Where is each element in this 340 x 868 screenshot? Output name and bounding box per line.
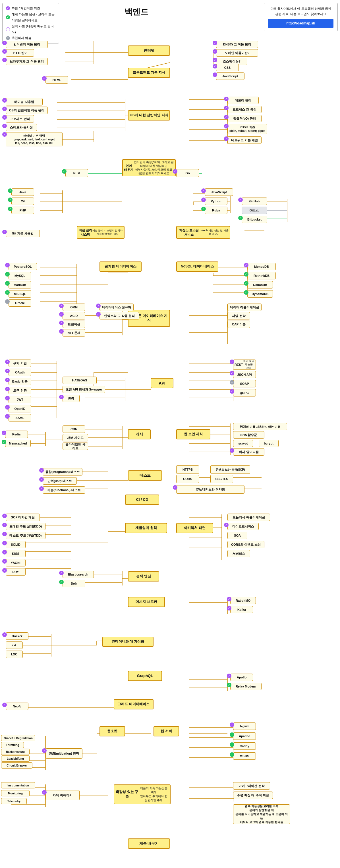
check-terminal-cmds: ✓ [2, 132, 7, 137]
legend-label-2: 대체 가능한 옵션 - 보라색 또는 이것을 선택하세요 [12, 11, 56, 23]
check-terminal: ✓ [2, 98, 7, 102]
n1-node: N+1 문제 [63, 329, 85, 337]
websocket-node: 웹소켓 [99, 726, 125, 736]
os-general-node: OS의 일반적인 작동 원리 [6, 106, 48, 114]
caddy-node: Caddy [233, 742, 256, 750]
check-json-api: ✓ [230, 371, 234, 375]
postgresql-node: PostgreSQL [8, 263, 37, 270]
check-kafka: ✓ [227, 606, 231, 611]
scrypt-node: scrypt [233, 440, 253, 447]
check-dynamodb: ✓ [244, 290, 248, 295]
ipc-node: 프로세스 간 통신 [227, 106, 261, 113]
rest-node: REST로이 필딩의 논문 참조 [233, 360, 256, 370]
check-apache: ✓ [230, 733, 234, 737]
check-caddy: ✓ [230, 742, 234, 747]
apache-node: Apache [233, 733, 256, 740]
md5-node: MD5와 이를 사용하지 않는 이유 [233, 423, 287, 430]
cicd-node: CI / CD [125, 495, 159, 505]
couchdb-node: CouchDB [247, 281, 273, 288]
soap-node: SOAP [233, 380, 256, 388]
ms-iis-node: MS IIS [233, 752, 256, 760]
check-process: ✓ [2, 115, 7, 120]
test-node: 테스트 [128, 470, 162, 480]
solr-node: Solr [63, 580, 85, 587]
internet-node: 인터넷 [128, 45, 170, 56]
scalable-node: 확장성 있는 구축제품의 지속 가능성을 위해알아두고 주의해야 할일반적인 주… [114, 784, 171, 804]
diff-understand-node: 차이 이해하기 [45, 790, 80, 800]
instrumentation-node: Instrumentation [1, 782, 35, 788]
dns-node: DNS와 그 작동 원리 [216, 41, 258, 48]
check-ms-iis: ✓ [230, 752, 234, 757]
transaction-node: 트랜잭션 [63, 320, 85, 328]
cookie-node: 쿠키 기반 [8, 360, 31, 367]
api-node: API [151, 378, 174, 388]
web-server-node: 웹 서버 [154, 726, 179, 736]
network-basic-node: 네트워크 기본 개념 [227, 136, 261, 144]
go-node: Go [176, 169, 199, 177]
backpressure-node: Backpressure [1, 749, 30, 755]
gitlab-node: GitLab [242, 207, 267, 214]
check-rest: ✓ [230, 360, 234, 364]
thread-node: 스레드와 동시성 [6, 124, 37, 131]
posix-node: POSIX 기초stdin, stdout, stderr; pipes [227, 124, 267, 134]
acid-node: ACID [63, 312, 85, 319]
check-docker: ✓ [2, 632, 7, 637]
check-domain: ✓ [213, 49, 217, 54]
check-github: ✓ [238, 197, 243, 202]
rabbitmq-node: RabbitMQ [230, 597, 256, 604]
legend-icon-1: ✓ [6, 6, 10, 10]
rethinkdb-node: RethinkDB [247, 272, 276, 279]
check-internet-how: ✓ [2, 41, 7, 45]
js-node: JavaScript [216, 72, 245, 80]
elasticsearch-node: Elasticsearch [63, 571, 94, 578]
func-test-node: 기능(functional) 테스트 [43, 486, 85, 494]
monolith-node: 모놀리식 애플리케이션 [227, 514, 270, 521]
dry-node: DRY [6, 568, 26, 576]
tdd-node: 테스트 주도 개발(TDD) [6, 532, 45, 539]
terminal-node: 터미널 사용법 [6, 98, 43, 105]
check-n1: ✓ [59, 329, 64, 334]
solid-node: SOLID [6, 541, 26, 548]
cors-node: CORS [176, 475, 199, 483]
mysql-node: MySQL [8, 272, 31, 279]
check-hash-algo: ✓ [230, 448, 234, 453]
check-posix: ✓ [224, 124, 228, 128]
rust-node: Rust [65, 169, 88, 177]
check-network-basic: ✓ [224, 136, 228, 141]
check-kiss: ✓ [2, 550, 7, 555]
check-relay: ✓ [227, 683, 231, 687]
check-token: ✓ [5, 387, 10, 391]
oauth-node: OAuth [8, 369, 31, 376]
roadmap-url-button[interactable]: http://roadmap.sh [268, 19, 334, 28]
neo4j-node: Neo4j [6, 703, 28, 710]
dynamodb-node: DynamoDB [247, 290, 273, 298]
cdn-node: CDN [63, 426, 85, 433]
microservice-node: 마이크로서비스 [227, 523, 259, 530]
check-jwt: ✓ [5, 396, 10, 400]
check-csharp: ✓ [8, 197, 12, 202]
container-node: 컨테이너화 대 가상화 [102, 637, 154, 647]
memcached-node: Memcached [5, 440, 31, 447]
arch-patterns-node: 아키텍처 패턴 [176, 523, 213, 533]
check-diff: ✓ [42, 790, 47, 795]
serverless-node: 서버리스 [227, 550, 250, 557]
github-node: GitHub [242, 197, 267, 205]
check-soap: ○ [230, 380, 234, 384]
legend-icon-3 [6, 27, 10, 31]
check-python: ✓ [201, 197, 206, 202]
check-mysql: ✓ [5, 272, 10, 277]
frontend-basic-node: 프론트엔드 기본 지식 [128, 68, 170, 78]
token-node: 토큰 인증 [8, 387, 31, 394]
check-gof: ✓ [2, 514, 7, 518]
storage-hosting-node: 저장소 호스팅 서비스GitHub 계정 생성 및 사용법 배우기 [176, 226, 230, 239]
check-yagni: ✓ [2, 559, 7, 564]
check-index: ✓ [96, 312, 101, 317]
https-node: HTTPS [176, 465, 199, 474]
check-db-normalize: ✓ [96, 304, 101, 308]
info-box: 아래 웹사이트에서 이 로드맵의 상세와 함께관련 자료, 다른 로드맵도 찾아… [264, 3, 338, 31]
orm-node: ORM [63, 304, 85, 311]
check-ruby: ✓ [201, 207, 206, 211]
openapi-node: 오픈 API 명세와 Swagger [63, 386, 105, 393]
db-normalize-node: 데이터베이스 정규화 [99, 304, 134, 311]
mitigation-node: 완화(mitigation) 전략 [45, 748, 83, 758]
